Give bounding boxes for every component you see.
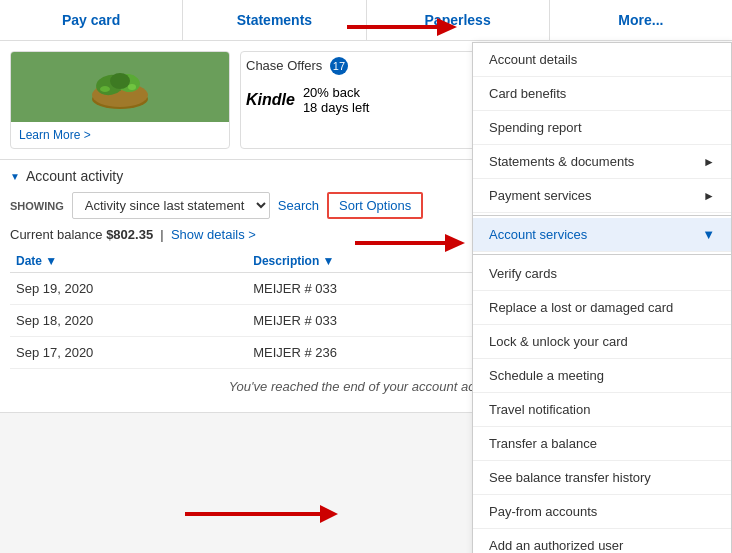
- chevron-right-icon: ►: [703, 189, 715, 203]
- svg-point-6: [128, 84, 136, 90]
- kindle-offer-details: 20% back 18 days left: [303, 85, 370, 115]
- dropdown-label: Lock & unlock your card: [489, 334, 628, 349]
- svg-marker-12: [320, 505, 338, 523]
- balance-amount: $802.35: [106, 227, 153, 242]
- dropdown-label: Travel notification: [489, 402, 590, 417]
- svg-marker-8: [437, 18, 457, 36]
- kindle-logo: Kindle: [246, 91, 295, 109]
- dropdown-label: Schedule a meeting: [489, 368, 604, 383]
- dropdown-label: Replace a lost or damaged card: [489, 300, 673, 315]
- chase-offers-badge: 17: [330, 57, 348, 75]
- svg-point-4: [110, 73, 130, 89]
- sort-options-button[interactable]: Sort Options: [327, 192, 423, 219]
- dropdown-item-verify-cards[interactable]: Verify cards: [473, 257, 731, 291]
- dropdown-item-lock-unlock[interactable]: Lock & unlock your card: [473, 325, 731, 359]
- dropdown-item-card-benefits[interactable]: Card benefits: [473, 77, 731, 111]
- cell-date: Sep 17, 2020: [10, 337, 247, 369]
- dropdown-item-add-authorized-user[interactable]: Add an authorized user: [473, 529, 731, 553]
- svg-marker-10: [445, 234, 465, 252]
- activity-header-label: Account activity: [26, 168, 123, 184]
- triangle-icon: ▼: [10, 171, 20, 182]
- red-arrow-sort: [350, 226, 470, 264]
- dropdown-item-balance-transfer-history[interactable]: See balance transfer history: [473, 461, 731, 495]
- dropdown-label: Transfer a balance: [489, 436, 597, 451]
- chevron-right-icon: ►: [703, 155, 715, 169]
- dropdown-label: See balance transfer history: [489, 470, 651, 485]
- dropdown-item-spending-report[interactable]: Spending report: [473, 111, 731, 145]
- dropdown-item-replace-card[interactable]: Replace a lost or damaged card: [473, 291, 731, 325]
- showing-select[interactable]: Activity since last statement: [72, 192, 270, 219]
- dropdown-label: Verify cards: [489, 266, 557, 281]
- dropdown-item-statements-docs[interactable]: Statements & documents►: [473, 145, 731, 179]
- dropdown-item-travel-notification[interactable]: Travel notification: [473, 393, 731, 427]
- dropdown-label: Payment services: [489, 188, 592, 203]
- chevron-down-icon: ▼: [702, 227, 715, 242]
- red-arrow-bottom: [180, 497, 340, 535]
- balance-label: Current balance: [10, 227, 103, 242]
- chase-offers-label: Chase Offers: [246, 58, 322, 73]
- dropdown-item-payment-services[interactable]: Payment services►: [473, 179, 731, 213]
- dropdown-label: Add an authorized user: [489, 538, 623, 553]
- cell-description: MEIJER # 033: [247, 305, 501, 337]
- cell-date: Sep 19, 2020: [10, 273, 247, 305]
- dropdown-label: Account details: [489, 52, 577, 67]
- dropdown-label: Card benefits: [489, 86, 566, 101]
- dropdown-item-pay-from-accounts[interactable]: Pay-from accounts: [473, 495, 731, 529]
- cell-description: MEIJER # 236: [247, 337, 501, 369]
- showing-label: SHOWING: [10, 200, 64, 212]
- svg-point-5: [100, 86, 110, 92]
- cell-description: MEIJER # 033: [247, 273, 501, 305]
- dropdown-label: Statements & documents: [489, 154, 634, 169]
- more-dropdown-menu: Account detailsCard benefitsSpending rep…: [472, 42, 732, 553]
- kindle-offer-text: 20% back: [303, 85, 370, 100]
- nav-pay-card[interactable]: Pay card: [0, 0, 183, 40]
- search-button[interactable]: Search: [278, 198, 319, 213]
- kindle-offer-days: 18 days left: [303, 100, 370, 115]
- promo-learn-more[interactable]: Learn More >: [11, 122, 229, 148]
- nav-statements[interactable]: Statements: [183, 0, 366, 40]
- nav-more[interactable]: More...: [550, 0, 732, 40]
- dropdown-label: Account services: [489, 227, 587, 242]
- promo-image: [11, 52, 229, 122]
- show-details-link[interactable]: Show details >: [171, 227, 256, 242]
- cell-date: Sep 18, 2020: [10, 305, 247, 337]
- col-date[interactable]: Date ▼: [10, 250, 247, 273]
- dropdown-item-schedule-meeting[interactable]: Schedule a meeting: [473, 359, 731, 393]
- promo-card: Learn More >: [10, 51, 230, 149]
- red-arrow-top: [342, 10, 462, 48]
- dropdown-item-transfer-balance[interactable]: Transfer a balance: [473, 427, 731, 461]
- dropdown-item-account-details[interactable]: Account details: [473, 43, 731, 77]
- dropdown-label: Spending report: [489, 120, 582, 135]
- dropdown-label: Pay-from accounts: [489, 504, 597, 519]
- dropdown-item-account-services[interactable]: Account services▼: [473, 218, 731, 252]
